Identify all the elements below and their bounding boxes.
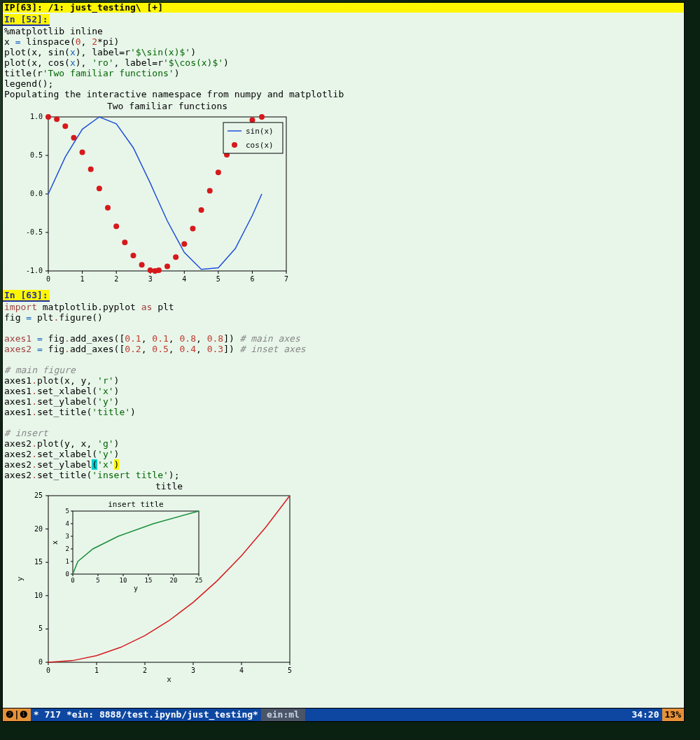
svg-text:2: 2 [114,275,118,283]
cell-52-code[interactable]: %matplotlib inline x = linspace(0, 2*pi)… [3,26,684,99]
svg-text:4: 4 [66,520,69,527]
svg-text:Two familiar functions: Two familiar functions [107,101,227,111]
modeline-pos: 34:20 [629,708,662,721]
svg-text:3: 3 [66,533,69,540]
svg-point-50 [216,169,221,175]
svg-text:2: 2 [66,545,69,552]
modeline-buffer[interactable]: *ein: 8888/test.ipynb/just_testing* [64,708,261,721]
svg-point-54 [249,117,255,123]
svg-point-55 [259,114,265,120]
svg-text:x: x [167,675,172,683]
svg-text:6: 6 [250,275,254,283]
svg-text:1: 1 [80,275,85,283]
svg-point-46 [181,242,187,247]
svg-point-32 [71,135,76,141]
in-label-63: In [63]: [3,290,50,302]
svg-text:3: 3 [148,275,153,283]
svg-text:0: 0 [38,658,43,666]
modeline-mode: ein:ml [261,708,305,721]
svg-text:1: 1 [94,666,99,674]
svg-text:y: y [15,576,24,581]
svg-text:0: 0 [46,666,50,674]
chart-title-inset: title0123450510152025xyinsert title05101… [10,480,304,683]
svg-point-41 [148,267,153,273]
svg-point-40 [139,262,145,267]
svg-point-38 [122,239,127,245]
svg-text:-0.5: -0.5 [26,228,43,236]
svg-point-33 [80,150,85,155]
modeline-percent: 13% [662,708,684,721]
svg-text:2: 2 [143,666,147,674]
modeline-workspace[interactable]: ❷|❶ [3,708,31,721]
svg-text:0: 0 [46,275,50,283]
chart-2-output: title0123450510152025xyinsert title05101… [3,480,684,683]
svg-point-48 [199,207,204,213]
svg-text:1: 1 [66,558,69,565]
svg-text:20: 20 [34,525,43,533]
svg-text:15: 15 [145,577,153,584]
svg-point-34 [88,167,94,172]
modeline: ❷|❶ * 717 *ein: 8888/test.ipynb/just_tes… [3,708,684,721]
svg-point-36 [105,205,111,211]
svg-point-49 [207,188,213,194]
svg-text:0.0: 0.0 [30,190,43,197]
svg-text:25: 25 [195,577,203,584]
svg-text:0.5: 0.5 [30,151,43,159]
svg-point-45 [173,254,178,260]
svg-text:7: 7 [284,275,288,283]
svg-text:15: 15 [34,558,43,566]
svg-point-31 [62,123,68,129]
svg-text:0: 0 [66,571,69,578]
svg-text:4: 4 [182,275,186,283]
svg-text:10: 10 [120,577,127,584]
svg-text:sin(x): sin(x) [246,127,274,136]
window-title: IP[63]: /1: just_testing\ [+] [3,3,684,13]
svg-point-35 [97,186,102,191]
in-label-52: In [52]: [3,14,50,26]
svg-text:5: 5 [216,275,220,283]
svg-text:cos(x): cos(x) [246,141,274,150]
chart-two-familiar: Two familiar functions01234567-1.0-0.50.… [10,99,290,288]
svg-text:5: 5 [96,577,99,584]
svg-text:y: y [134,585,138,592]
modeline-line: * 717 [31,708,64,721]
svg-text:5: 5 [38,624,43,632]
svg-text:4: 4 [239,666,244,674]
svg-point-39 [130,253,136,258]
svg-text:20: 20 [170,577,178,584]
svg-text:-1.0: -1.0 [26,267,43,274]
svg-point-44 [164,263,170,269]
svg-text:5: 5 [66,508,69,515]
svg-text:25: 25 [34,491,43,499]
svg-text:5: 5 [288,666,292,674]
svg-text:x: x [51,540,59,545]
svg-point-47 [190,226,195,232]
svg-point-29 [46,114,51,120]
svg-text:10: 10 [34,592,43,599]
svg-text:0: 0 [71,577,74,584]
cell-63-code[interactable]: import matplotlib.pyplot as plt fig = pl… [3,302,684,480]
svg-text:insert title: insert title [108,500,163,509]
svg-text:title: title [155,481,183,491]
buffer-content[interactable]: In [52]: %matplotlib inline x = linspace… [3,13,684,708]
svg-point-43 [156,267,162,273]
svg-point-30 [54,116,59,122]
editor-frame: IP[63]: /1: just_testing\ [+] In [52]: %… [2,2,685,722]
chart-1-output: Two familiar functions01234567-1.0-0.50.… [3,99,684,288]
svg-point-59 [232,142,237,148]
svg-text:1.0: 1.0 [30,113,43,120]
svg-point-37 [113,223,119,229]
svg-text:3: 3 [191,666,195,674]
